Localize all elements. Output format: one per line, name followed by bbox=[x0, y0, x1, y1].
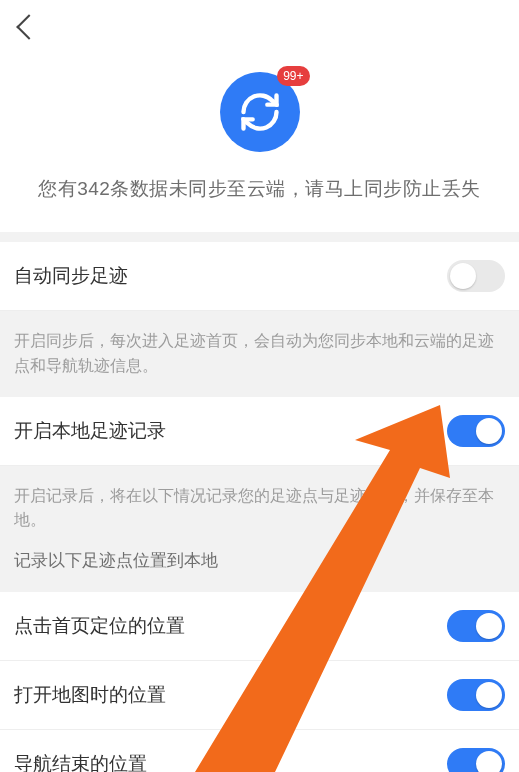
row-label: 开启本地足迹记录 bbox=[14, 418, 166, 444]
toggle-item-0[interactable] bbox=[447, 610, 505, 642]
sync-section: 99+ 您有342条数据未同步至云端，请马上同步防止丢失 bbox=[0, 54, 519, 232]
toggle-item-2[interactable] bbox=[447, 748, 505, 772]
row-local-record[interactable]: 开启本地足迹记录 bbox=[0, 397, 519, 466]
toggle-item-1[interactable] bbox=[447, 679, 505, 711]
local-record-desc: 开启记录后，将在以下情况记录您的足迹点与足迹信息，并保存至本地。 bbox=[14, 484, 505, 534]
auto-sync-desc: 开启同步后，每次进入足迹首页，会自动为您同步本地和云端的足迹点和导航轨迹信息。 bbox=[0, 311, 519, 397]
row-auto-sync[interactable]: 自动同步足迹 bbox=[0, 242, 519, 311]
back-icon[interactable] bbox=[16, 14, 41, 39]
row-label: 自动同步足迹 bbox=[14, 263, 128, 289]
divider bbox=[0, 232, 519, 242]
row-label: 打开地图时的位置 bbox=[14, 682, 166, 708]
row-label: 点击首页定位的位置 bbox=[14, 613, 185, 639]
sync-badge: 99+ bbox=[277, 66, 309, 86]
sync-button[interactable]: 99+ bbox=[220, 72, 300, 176]
header bbox=[0, 0, 519, 54]
section-title: 记录以下足迹点位置到本地 bbox=[14, 547, 505, 574]
row-item-1[interactable]: 打开地图时的位置 bbox=[0, 661, 519, 730]
row-item-2[interactable]: 导航结束的位置 bbox=[0, 730, 519, 772]
local-record-desc-block: 开启记录后，将在以下情况记录您的足迹点与足迹信息，并保存至本地。 记录以下足迹点… bbox=[0, 466, 519, 593]
row-label: 导航结束的位置 bbox=[14, 751, 147, 772]
toggle-local-record[interactable] bbox=[447, 415, 505, 447]
row-item-0[interactable]: 点击首页定位的位置 bbox=[0, 592, 519, 661]
sync-message: 您有342条数据未同步至云端，请马上同步防止丢失 bbox=[14, 176, 505, 202]
toggle-auto-sync[interactable] bbox=[447, 260, 505, 292]
